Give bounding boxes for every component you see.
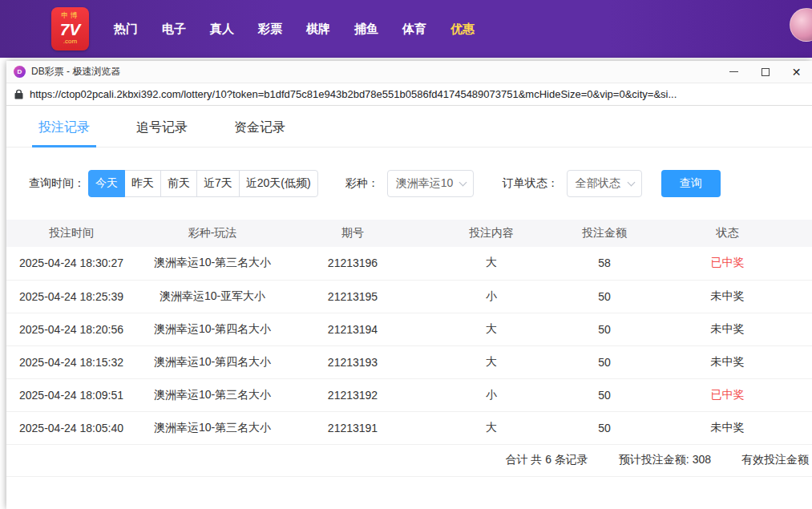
- cell-bet-time: 2025-04-24 18:09:51: [6, 378, 136, 411]
- nav-item-5[interactable]: 棋牌: [294, 22, 342, 37]
- site-logo-main-text: 7V: [60, 20, 81, 38]
- table-row: 2025-04-24 18:05:40 澳洲幸运10-第三名大小 2121319…: [6, 411, 812, 444]
- nav-item-3[interactable]: 真人: [198, 22, 246, 37]
- table-row: 2025-04-24 18:09:51 澳洲幸运10-第三名大小 2121319…: [6, 378, 812, 411]
- time-filter-3[interactable]: 前天: [160, 170, 197, 197]
- nav-item-1[interactable]: 热门: [102, 22, 150, 37]
- url-text: https://ctop02pcali.2kbxi392.com/lottery…: [30, 88, 677, 100]
- window-titlebar: D DB彩票 - 极速浏览器 ✕: [6, 61, 812, 83]
- cell-game: 澳洲幸运10-第三名大小: [136, 378, 289, 411]
- minimize-button[interactable]: [718, 61, 749, 83]
- time-filter-5[interactable]: 近20天(低频): [239, 170, 318, 197]
- tab-fund-records[interactable]: 资金记录: [228, 116, 292, 147]
- minimize-icon: [729, 71, 738, 72]
- cell-bet-time: 2025-04-24 18:05:40: [6, 411, 136, 444]
- cell-game: 澳洲幸运10-第三名大小: [136, 411, 289, 444]
- main-nav: 热门电子真人彩票棋牌捕鱼体育优惠: [102, 22, 487, 37]
- summary-valid-amount: 有效投注金额: [741, 453, 809, 467]
- cell-issue: 21213191: [289, 411, 417, 444]
- record-tabs: 投注记录 追号记录 资金记录: [6, 106, 812, 147]
- header-game: 彩种-玩法: [136, 220, 289, 247]
- cell-content: 小: [417, 280, 566, 313]
- tab-bet-records[interactable]: 投注记录: [32, 116, 96, 147]
- table-header: 投注时间 彩种-玩法 期号 投注内容 投注金额 状态: [6, 220, 812, 247]
- table-row: 2025-04-24 18:20:56 澳洲幸运10-第四名大小 2121319…: [6, 313, 812, 345]
- time-filter-group: 今天昨天前天近7天近20天(低频): [88, 170, 318, 197]
- site-header: 申博 7V .com 热门电子真人彩票棋牌捕鱼体育优惠: [0, 0, 812, 58]
- order-status-select-value: 全部状态: [576, 176, 620, 191]
- time-filter-2[interactable]: 昨天: [124, 170, 161, 197]
- lock-icon: [14, 89, 23, 99]
- cell-content: 小: [417, 378, 566, 411]
- cell-bet-time: 2025-04-24 18:25:39: [6, 280, 136, 313]
- cell-issue: 21213194: [289, 313, 417, 345]
- cell-status: 已中奖: [643, 247, 812, 280]
- close-button[interactable]: ✕: [781, 61, 812, 83]
- user-avatar[interactable]: [790, 8, 812, 42]
- chevron-down-icon: [459, 178, 467, 186]
- window-controls: ✕: [718, 61, 812, 83]
- site-logo-suffix-text: .com: [63, 38, 77, 46]
- maximize-icon: [762, 68, 770, 76]
- nav-item-6[interactable]: 捕鱼: [342, 22, 390, 37]
- tab-chase-records[interactable]: 追号记录: [130, 116, 194, 147]
- order-status-select[interactable]: 全部状态: [567, 170, 642, 197]
- nav-item-2[interactable]: 电子: [150, 22, 198, 37]
- lottery-select[interactable]: 澳洲幸运10: [387, 170, 474, 197]
- page-content: 投注记录 追号记录 资金记录 查询时间： 今天昨天前天近7天近20天(低频) 彩…: [6, 106, 812, 509]
- cell-issue: 21213193: [289, 345, 417, 378]
- cell-amount: 50: [566, 313, 643, 345]
- bet-records-table: 投注时间 彩种-玩法 期号 投注内容 投注金额 状态 2025-04-24 18…: [6, 220, 812, 445]
- browser-window: D DB彩票 - 极速浏览器 ✕ https://ctop02pcali.2kb…: [6, 61, 812, 509]
- cell-content: 大: [417, 345, 566, 378]
- cell-content: 大: [417, 247, 566, 280]
- summary-bar: 合计 共 6 条记录 预计投注金额: 308 有效投注金额: [6, 445, 812, 477]
- cell-status: 未中奖: [643, 411, 812, 444]
- maximize-button[interactable]: [749, 61, 781, 83]
- table-row: 2025-04-24 18:15:32 澳洲幸运10-第四名大小 2121319…: [6, 345, 812, 378]
- cell-game: 澳洲幸运10-第三名大小: [136, 247, 289, 280]
- cell-game: 澳洲幸运10-第四名大小: [136, 313, 289, 345]
- cell-amount: 50: [566, 345, 643, 378]
- cell-issue: 21213192: [289, 378, 417, 411]
- cell-game: 澳洲幸运10-第四名大小: [136, 345, 289, 378]
- time-filter-label: 查询时间：: [29, 176, 85, 191]
- site-logo-top-text: 申博: [62, 12, 79, 20]
- cell-content: 大: [417, 411, 566, 444]
- header-amount: 投注金额: [566, 220, 643, 247]
- cell-amount: 58: [566, 247, 643, 280]
- window-title: DB彩票 - 极速浏览器: [31, 65, 120, 79]
- cell-game: 澳洲幸运10-亚军大小: [136, 280, 289, 313]
- close-icon: ✕: [792, 67, 802, 78]
- nav-item-8[interactable]: 优惠: [438, 22, 487, 37]
- cell-status: 已中奖: [643, 378, 812, 411]
- cell-amount: 50: [566, 280, 643, 313]
- cell-amount: 50: [566, 411, 643, 444]
- header-status: 状态: [643, 220, 812, 247]
- time-filter-1[interactable]: 今天: [88, 170, 125, 197]
- cell-bet-time: 2025-04-24 18:20:56: [6, 313, 136, 345]
- nav-item-4[interactable]: 彩票: [246, 22, 294, 37]
- status-filter-label: 订单状态：: [503, 176, 559, 191]
- chevron-down-icon: [627, 178, 635, 186]
- db-favicon-icon: D: [14, 66, 26, 78]
- table-row: 2025-04-24 18:30:27 澳洲幸运10-第三名大小 2121319…: [6, 247, 812, 280]
- header-content: 投注内容: [417, 220, 566, 247]
- table-row: 2025-04-24 18:25:39 澳洲幸运10-亚军大小 21213195…: [6, 280, 812, 313]
- search-button[interactable]: 查询: [661, 170, 721, 197]
- cell-status: 未中奖: [643, 280, 812, 313]
- cell-amount: 50: [566, 378, 643, 411]
- lottery-filter-label: 彩种：: [345, 176, 379, 191]
- filter-bar: 查询时间： 今天昨天前天近7天近20天(低频) 彩种： 澳洲幸运10 订单状态：…: [29, 170, 812, 197]
- records-body: 2025-04-24 18:30:27 澳洲幸运10-第三名大小 2121319…: [6, 247, 812, 444]
- url-bar[interactable]: https://ctop02pcali.2kbxi392.com/lottery…: [6, 83, 812, 106]
- cell-status: 未中奖: [643, 345, 812, 378]
- time-filter-4[interactable]: 近7天: [196, 170, 240, 197]
- cell-issue: 21213195: [289, 280, 417, 313]
- cell-bet-time: 2025-04-24 18:15:32: [6, 345, 136, 378]
- nav-item-7[interactable]: 体育: [390, 22, 438, 37]
- cell-bet-time: 2025-04-24 18:30:27: [6, 247, 136, 280]
- site-logo[interactable]: 申博 7V .com: [51, 7, 89, 50]
- cell-issue: 21213196: [289, 247, 417, 280]
- header-bet-time: 投注时间: [6, 220, 136, 247]
